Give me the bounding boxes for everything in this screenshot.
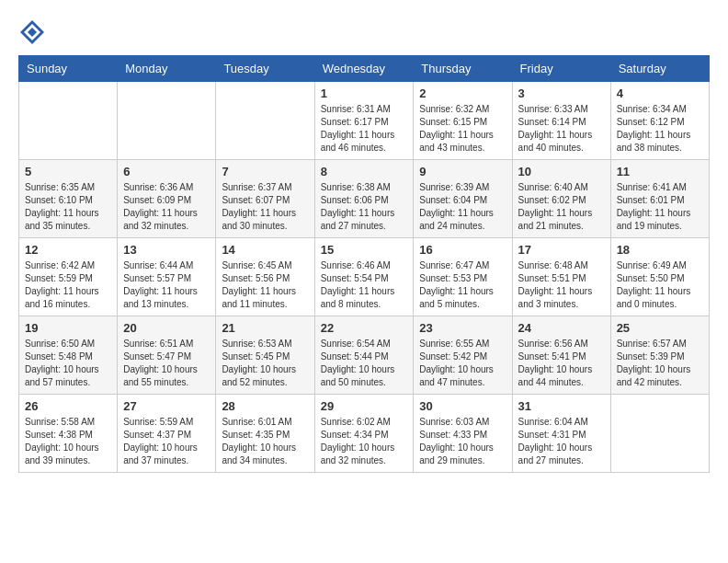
weekday-header-cell: Monday (118, 56, 216, 82)
weekday-header-row: SundayMondayTuesdayWednesdayThursdayFrid… (19, 56, 710, 82)
day-number: 19 (25, 321, 111, 335)
weekday-header-cell: Friday (512, 56, 610, 82)
calendar-cell: 8Sunrise: 6:38 AM Sunset: 6:06 PM Daylig… (314, 160, 414, 238)
day-info: Sunrise: 6:54 AM Sunset: 5:44 PM Dayligh… (321, 338, 408, 389)
day-number: 26 (25, 399, 111, 413)
day-number: 4 (617, 86, 703, 100)
calendar-cell (19, 82, 118, 160)
calendar-cell (610, 395, 709, 473)
calendar-cell: 31Sunrise: 6:04 AM Sunset: 4:31 PM Dayli… (512, 395, 610, 473)
day-number: 25 (617, 321, 703, 335)
day-number: 10 (518, 165, 605, 178)
day-info: Sunrise: 6:37 AM Sunset: 6:07 PM Dayligh… (222, 181, 308, 233)
day-number: 27 (123, 399, 210, 413)
day-number: 12 (25, 243, 111, 257)
day-number: 6 (123, 165, 210, 178)
day-info: Sunrise: 6:48 AM Sunset: 5:51 PM Dayligh… (518, 259, 605, 311)
logo (18, 18, 48, 46)
day-number: 31 (518, 399, 605, 413)
day-info: Sunrise: 5:58 AM Sunset: 4:38 PM Dayligh… (25, 416, 111, 467)
day-number: 20 (123, 321, 210, 335)
day-info: Sunrise: 6:33 AM Sunset: 6:14 PM Dayligh… (518, 103, 605, 155)
weekday-header-cell: Tuesday (216, 56, 314, 82)
day-info: Sunrise: 6:32 AM Sunset: 6:15 PM Dayligh… (419, 103, 506, 155)
day-number: 18 (617, 243, 703, 257)
day-number: 23 (419, 321, 506, 335)
logo-icon (18, 18, 46, 46)
day-info: Sunrise: 6:39 AM Sunset: 6:04 PM Dayligh… (419, 181, 506, 233)
calendar-cell: 17Sunrise: 6:48 AM Sunset: 5:51 PM Dayli… (512, 238, 610, 316)
day-number: 30 (419, 399, 506, 413)
day-number: 14 (222, 243, 308, 257)
calendar-cell (118, 82, 216, 160)
calendar-week-row: 26Sunrise: 5:58 AM Sunset: 4:38 PM Dayli… (19, 395, 710, 473)
calendar-cell: 15Sunrise: 6:46 AM Sunset: 5:54 PM Dayli… (314, 238, 414, 316)
calendar-cell: 9Sunrise: 6:39 AM Sunset: 6:04 PM Daylig… (414, 160, 512, 238)
day-number: 8 (321, 165, 408, 178)
calendar-cell: 2Sunrise: 6:32 AM Sunset: 6:15 PM Daylig… (414, 82, 512, 160)
day-info: Sunrise: 6:51 AM Sunset: 5:47 PM Dayligh… (123, 338, 210, 389)
calendar-cell: 12Sunrise: 6:42 AM Sunset: 5:59 PM Dayli… (19, 238, 118, 316)
calendar-cell: 7Sunrise: 6:37 AM Sunset: 6:07 PM Daylig… (216, 160, 314, 238)
day-number: 5 (25, 165, 111, 178)
calendar-week-row: 12Sunrise: 6:42 AM Sunset: 5:59 PM Dayli… (19, 238, 710, 316)
day-info: Sunrise: 6:57 AM Sunset: 5:39 PM Dayligh… (617, 338, 703, 389)
day-number: 17 (518, 243, 605, 257)
day-info: Sunrise: 6:49 AM Sunset: 5:50 PM Dayligh… (617, 259, 703, 311)
day-info: Sunrise: 6:35 AM Sunset: 6:10 PM Dayligh… (25, 181, 111, 233)
day-info: Sunrise: 6:40 AM Sunset: 6:02 PM Dayligh… (518, 181, 605, 233)
day-number: 1 (321, 86, 408, 100)
day-info: Sunrise: 6:44 AM Sunset: 5:57 PM Dayligh… (123, 259, 210, 311)
calendar-cell: 24Sunrise: 6:56 AM Sunset: 5:41 PM Dayli… (512, 316, 610, 395)
calendar-cell: 29Sunrise: 6:02 AM Sunset: 4:34 PM Dayli… (314, 395, 414, 473)
day-info: Sunrise: 6:31 AM Sunset: 6:17 PM Dayligh… (321, 103, 408, 155)
calendar-cell: 25Sunrise: 6:57 AM Sunset: 5:39 PM Dayli… (610, 316, 709, 395)
weekday-header-cell: Sunday (19, 56, 118, 82)
calendar-cell: 18Sunrise: 6:49 AM Sunset: 5:50 PM Dayli… (610, 238, 709, 316)
day-number: 15 (321, 243, 408, 257)
calendar-week-row: 1Sunrise: 6:31 AM Sunset: 6:17 PM Daylig… (19, 82, 710, 160)
day-number: 3 (518, 86, 605, 100)
calendar-cell: 19Sunrise: 6:50 AM Sunset: 5:48 PM Dayli… (19, 316, 118, 395)
day-number: 22 (321, 321, 408, 335)
calendar-week-row: 19Sunrise: 6:50 AM Sunset: 5:48 PM Dayli… (19, 316, 710, 395)
calendar-cell: 23Sunrise: 6:55 AM Sunset: 5:42 PM Dayli… (414, 316, 512, 395)
day-number: 13 (123, 243, 210, 257)
day-number: 21 (222, 321, 308, 335)
calendar-cell: 4Sunrise: 6:34 AM Sunset: 6:12 PM Daylig… (610, 82, 709, 160)
calendar-table: SundayMondayTuesdayWednesdayThursdayFrid… (18, 55, 710, 473)
calendar-cell (216, 82, 314, 160)
day-info: Sunrise: 6:56 AM Sunset: 5:41 PM Dayligh… (518, 338, 605, 389)
calendar-cell: 26Sunrise: 5:58 AM Sunset: 4:38 PM Dayli… (19, 395, 118, 473)
day-info: Sunrise: 6:34 AM Sunset: 6:12 PM Dayligh… (617, 103, 703, 155)
day-number: 28 (222, 399, 308, 413)
calendar-cell: 3Sunrise: 6:33 AM Sunset: 6:14 PM Daylig… (512, 82, 610, 160)
calendar-cell: 27Sunrise: 5:59 AM Sunset: 4:37 PM Dayli… (118, 395, 216, 473)
day-info: Sunrise: 6:38 AM Sunset: 6:06 PM Dayligh… (321, 181, 408, 233)
day-number: 11 (617, 165, 703, 178)
day-number: 7 (222, 165, 308, 178)
day-number: 24 (518, 321, 605, 335)
calendar-cell: 20Sunrise: 6:51 AM Sunset: 5:47 PM Dayli… (118, 316, 216, 395)
day-info: Sunrise: 6:46 AM Sunset: 5:54 PM Dayligh… (321, 259, 408, 311)
day-number: 29 (321, 399, 408, 413)
calendar-cell: 16Sunrise: 6:47 AM Sunset: 5:53 PM Dayli… (414, 238, 512, 316)
page-header (18, 18, 710, 46)
day-info: Sunrise: 6:03 AM Sunset: 4:33 PM Dayligh… (419, 416, 506, 467)
calendar-cell: 10Sunrise: 6:40 AM Sunset: 6:02 PM Dayli… (512, 160, 610, 238)
day-info: Sunrise: 6:04 AM Sunset: 4:31 PM Dayligh… (518, 416, 605, 467)
calendar-cell: 6Sunrise: 6:36 AM Sunset: 6:09 PM Daylig… (118, 160, 216, 238)
day-info: Sunrise: 6:45 AM Sunset: 5:56 PM Dayligh… (222, 259, 308, 311)
day-info: Sunrise: 6:55 AM Sunset: 5:42 PM Dayligh… (419, 338, 506, 389)
day-info: Sunrise: 6:50 AM Sunset: 5:48 PM Dayligh… (25, 338, 111, 389)
calendar-cell: 21Sunrise: 6:53 AM Sunset: 5:45 PM Dayli… (216, 316, 314, 395)
day-info: Sunrise: 6:42 AM Sunset: 5:59 PM Dayligh… (25, 259, 111, 311)
day-number: 9 (419, 165, 506, 178)
calendar-cell: 13Sunrise: 6:44 AM Sunset: 5:57 PM Dayli… (118, 238, 216, 316)
calendar-cell: 14Sunrise: 6:45 AM Sunset: 5:56 PM Dayli… (216, 238, 314, 316)
calendar-cell: 11Sunrise: 6:41 AM Sunset: 6:01 PM Dayli… (610, 160, 709, 238)
day-info: Sunrise: 6:01 AM Sunset: 4:35 PM Dayligh… (222, 416, 308, 467)
calendar-cell: 30Sunrise: 6:03 AM Sunset: 4:33 PM Dayli… (414, 395, 512, 473)
calendar-cell: 5Sunrise: 6:35 AM Sunset: 6:10 PM Daylig… (19, 160, 118, 238)
weekday-header-cell: Thursday (414, 56, 512, 82)
